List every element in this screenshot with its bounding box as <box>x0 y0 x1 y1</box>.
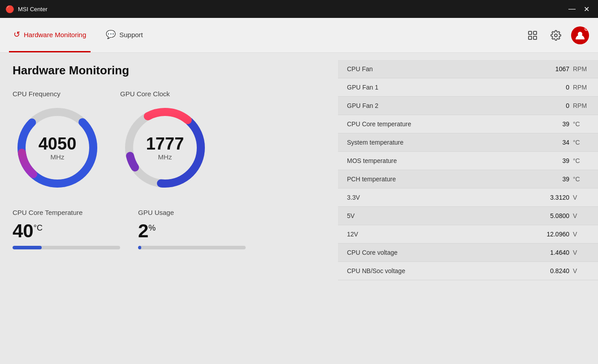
title-bar-controls: — ✕ <box>566 3 593 15</box>
stats-name: CPU Fan <box>347 65 538 73</box>
avatar-button[interactable] <box>571 26 589 44</box>
gpu-core-clock-value-container: 1777 MHz <box>146 135 184 161</box>
stats-unit: RPM <box>573 65 589 73</box>
stats-value: 39 <box>538 176 569 183</box>
stats-name: CPU Core temperature <box>347 120 538 128</box>
cpu-core-temp-label: CPU Core Temperature <box>13 209 82 216</box>
stats-row: MOS temperature 39 °C <box>338 152 598 170</box>
gpu-core-clock-label: GPU Core Clock <box>120 90 170 98</box>
cpu-core-temp-fill <box>13 246 42 249</box>
svg-rect-1 <box>533 31 537 34</box>
app-title: MSI Center <box>18 6 48 13</box>
svg-rect-0 <box>529 31 532 34</box>
left-panel: Hardware Monitoring CPU Frequency <box>0 53 338 364</box>
stats-row: PCH temperature 39 °C <box>338 170 598 188</box>
stats-unit: RPM <box>573 102 589 109</box>
stats-value: 1.4640 <box>538 249 569 256</box>
nav-bar: ↺ Hardware Monitoring 💬 Support <box>0 18 598 53</box>
cpu-frequency-value-container: 4050 MHz <box>39 135 77 161</box>
stats-value: 1067 <box>538 65 569 73</box>
stats-unit: V <box>573 212 589 219</box>
avatar-notification-dot <box>585 27 588 31</box>
stats-value: 12.0960 <box>538 231 569 238</box>
cpu-core-temp-widget: CPU Core Temperature 40°C <box>13 209 120 249</box>
nav-tabs: ↺ Hardware Monitoring 💬 Support <box>9 18 147 52</box>
nav-right <box>524 26 589 44</box>
stats-unit: °C <box>573 176 589 183</box>
cpu-frequency-widget: CPU Frequency <box>13 90 102 193</box>
stats-row: System temperature 34 °C <box>338 133 598 152</box>
hardware-monitoring-icon: ↺ <box>13 30 20 39</box>
gauges-row: CPU Frequency <box>13 90 325 193</box>
stats-unit: V <box>573 267 589 274</box>
stats-row: 5V 5.0800 V <box>338 207 598 225</box>
gpu-usage-fill <box>138 246 141 249</box>
cpu-frequency-value: 4050 <box>39 135 77 152</box>
stats-value: 0 <box>538 102 569 109</box>
main-content: Hardware Monitoring CPU Frequency <box>0 53 598 364</box>
stats-row: CPU Fan 1067 RPM <box>338 60 598 78</box>
cpu-frequency-label: CPU Frequency <box>13 90 61 98</box>
stats-name: MOS temperature <box>347 157 538 164</box>
gpu-core-clock-gauge: 1777 MHz <box>120 103 210 193</box>
title-bar: 🔴 MSI Center — ✕ <box>0 0 598 18</box>
stats-row: 12V 12.0960 V <box>338 225 598 244</box>
gpu-usage-track <box>138 246 246 249</box>
stats-row: CPU NB/Soc voltage 0.8240 V <box>338 262 598 280</box>
cpu-frequency-unit: MHz <box>39 153 77 161</box>
stats-table: CPU Fan 1067 RPM GPU Fan 1 0 RPM GPU Fan… <box>338 60 598 280</box>
gpu-core-clock-widget: GPU Core Clock <box>120 90 210 193</box>
stats-row: GPU Fan 2 0 RPM <box>338 97 598 115</box>
stats-name: 12V <box>347 231 538 238</box>
stats-unit: V <box>573 249 589 256</box>
stats-row: CPU Core temperature 39 °C <box>338 115 598 133</box>
gpu-core-clock-value: 1777 <box>146 135 184 152</box>
bar-gauges-row: CPU Core Temperature 40°C GPU Usage 2% <box>13 209 325 249</box>
tab-support[interactable]: 💬 Support <box>101 18 147 52</box>
stats-name: PCH temperature <box>347 176 538 183</box>
cpu-core-temp-track <box>13 246 120 249</box>
gpu-usage-widget: GPU Usage 2% <box>138 209 246 249</box>
stats-name: CPU NB/Soc voltage <box>347 267 538 274</box>
stats-name: 3.3V <box>347 194 538 201</box>
stats-value: 3.3120 <box>538 194 569 201</box>
stats-unit: V <box>573 231 589 238</box>
right-panel: CPU Fan 1067 RPM GPU Fan 1 0 RPM GPU Fan… <box>338 53 598 364</box>
stats-value: 34 <box>538 139 569 146</box>
stats-value: 39 <box>538 157 569 164</box>
grid-button[interactable] <box>524 27 541 43</box>
page-title: Hardware Monitoring <box>13 64 325 77</box>
close-button[interactable]: ✕ <box>580 3 593 15</box>
svg-point-4 <box>555 34 557 37</box>
svg-rect-2 <box>529 36 532 39</box>
stats-unit: RPM <box>573 84 589 91</box>
tab-hardware-monitoring[interactable]: ↺ Hardware Monitoring <box>9 18 91 52</box>
gpu-usage-value: 2% <box>138 222 156 240</box>
gpu-core-clock-unit: MHz <box>146 153 184 161</box>
stats-unit: °C <box>573 120 589 128</box>
tab-hardware-monitoring-label: Hardware Monitoring <box>24 31 86 39</box>
minimize-button[interactable]: — <box>566 3 578 15</box>
stats-unit: °C <box>573 139 589 146</box>
support-icon: 💬 <box>106 30 116 39</box>
stats-name: System temperature <box>347 139 538 146</box>
cpu-core-temp-value: 40°C <box>13 222 43 240</box>
stats-unit: °C <box>573 157 589 164</box>
gpu-usage-label: GPU Usage <box>138 209 174 216</box>
stats-row: 3.3V 3.3120 V <box>338 188 598 207</box>
stats-value: 39 <box>538 120 569 128</box>
stats-value: 0 <box>538 84 569 91</box>
stats-row: CPU Core voltage 1.4640 V <box>338 244 598 262</box>
app-icon: 🔴 <box>5 5 14 13</box>
cpu-frequency-gauge: 4050 MHz <box>13 103 102 193</box>
stats-row: GPU Fan 1 0 RPM <box>338 78 598 97</box>
title-bar-left: 🔴 MSI Center <box>5 5 48 13</box>
stats-unit: V <box>573 194 589 201</box>
stats-value: 5.0800 <box>538 212 569 219</box>
tab-support-label: Support <box>119 31 143 39</box>
stats-name: GPU Fan 1 <box>347 84 538 91</box>
stats-name: 5V <box>347 212 538 219</box>
settings-button[interactable] <box>548 27 564 43</box>
stats-value: 0.8240 <box>538 267 569 274</box>
svg-rect-3 <box>533 36 537 39</box>
